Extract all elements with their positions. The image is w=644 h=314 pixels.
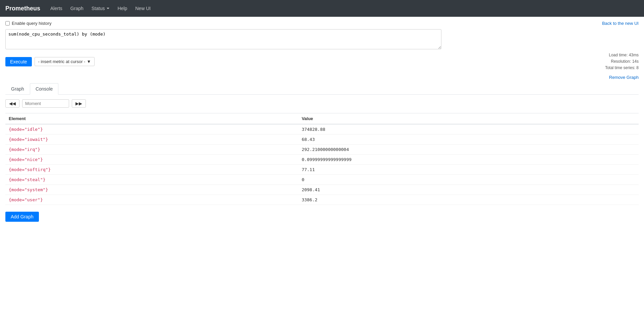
load-time-label: Load time: [609,53,628,57]
chevron-down-icon [107,8,109,9]
add-graph-button[interactable]: Add Graph [5,212,39,222]
query-area: sum(node_cpu_seconds_total) by (mode) Ex… [5,29,639,71]
navbar: Prometheus Alerts Graph Status Help New … [0,0,644,17]
stats-panel: Load time: 43ms Resolution: 14s Total ti… [605,52,639,71]
element-cell: {mode="user"} [5,195,298,205]
table-row: {mode="iowait"}68.43 [5,134,639,144]
element-cell: {mode="irq"} [5,144,298,154]
table-row: {mode="system"}2098.41 [5,185,639,195]
tab-console[interactable]: Console [30,83,58,95]
total-series-value: 8 [636,65,639,70]
tab-graph[interactable]: Graph [5,83,30,95]
nav-graph[interactable]: Graph [67,4,87,13]
top-row: Enable query history Back to the new UI [5,21,639,26]
total-series-stat: Total time series: 8 [605,65,639,71]
resolution-value: 14s [632,59,639,64]
moment-input[interactable] [22,99,69,108]
table-row: {mode="nice"}0.09999999999999999 [5,154,639,164]
value-cell: 2098.41 [298,185,639,195]
value-cell: 77.11 [298,164,639,174]
insert-metric-button[interactable]: - insert metric at cursor - ▼ [35,57,95,66]
value-cell: 374828.88 [298,124,639,135]
element-cell: {mode="iowait"} [5,134,298,144]
console-controls: ◀◀ ▶▶ [5,99,639,108]
nav-help[interactable]: Help [114,4,130,13]
element-cell: {mode="idle"} [5,124,298,135]
add-graph-section: Add Graph [5,212,639,222]
nav-newui[interactable]: New UI [132,4,154,13]
table-body: {mode="idle"}374828.88{mode="iowait"}68.… [5,124,639,205]
remove-graph-section: Remove Graph [5,75,639,80]
query-controls-left: Execute - insert metric at cursor - ▼ [5,57,95,66]
execute-button[interactable]: Execute [5,57,32,66]
remove-graph-link[interactable]: Remove Graph [5,75,639,80]
nav-status[interactable]: Status [88,4,113,13]
table-row: {mode="steal"}0 [5,174,639,185]
query-controls: Execute - insert metric at cursor - ▼ Lo… [5,52,639,71]
query-input[interactable]: sum(node_cpu_seconds_total) by (mode) [5,29,441,49]
main-content: Enable query history Back to the new UI … [0,17,644,226]
column-element: Element [5,113,298,124]
enable-history-label[interactable]: Enable query history [12,21,52,26]
element-cell: {mode="softirq"} [5,164,298,174]
load-time-value: 43ms [629,53,639,57]
total-series-label: Total time series: [605,65,635,70]
nav-alerts[interactable]: Alerts [47,4,66,13]
value-cell: 68.43 [298,134,639,144]
load-time-stat: Load time: 43ms [605,52,639,58]
dropdown-arrow-icon: ▼ [87,59,91,64]
element-cell: {mode="steal"} [5,174,298,185]
next-time-button[interactable]: ▶▶ [72,99,86,108]
brand-logo[interactable]: Prometheus [5,5,40,12]
back-to-new-ui-link[interactable]: Back to the new UI [602,21,639,26]
table-row: {mode="user"}3386.2 [5,195,639,205]
resolution-stat: Resolution: 14s [605,58,639,65]
table-row: {mode="softirq"}77.11 [5,164,639,174]
table-row: {mode="idle"}374828.88 [5,124,639,135]
element-cell: {mode="nice"} [5,154,298,164]
value-cell: 292.21000000000004 [298,144,639,154]
column-value: Value [298,113,639,124]
value-cell: 3386.2 [298,195,639,205]
enable-history-section: Enable query history [5,21,52,26]
insert-metric-label: - insert metric at cursor - [38,59,86,64]
value-cell: 0 [298,174,639,185]
prev-time-button[interactable]: ◀◀ [5,99,19,108]
enable-history-checkbox[interactable] [5,21,10,25]
result-tabs: Graph Console [5,83,639,95]
element-cell: {mode="system"} [5,185,298,195]
resolution-label: Resolution: [611,59,631,64]
results-table: Element Value {mode="idle"}374828.88{mod… [5,113,639,205]
table-header: Element Value [5,113,639,124]
table-row: {mode="irq"}292.21000000000004 [5,144,639,154]
value-cell: 0.09999999999999999 [298,154,639,164]
nav-links: Alerts Graph Status Help New UI [47,4,154,13]
